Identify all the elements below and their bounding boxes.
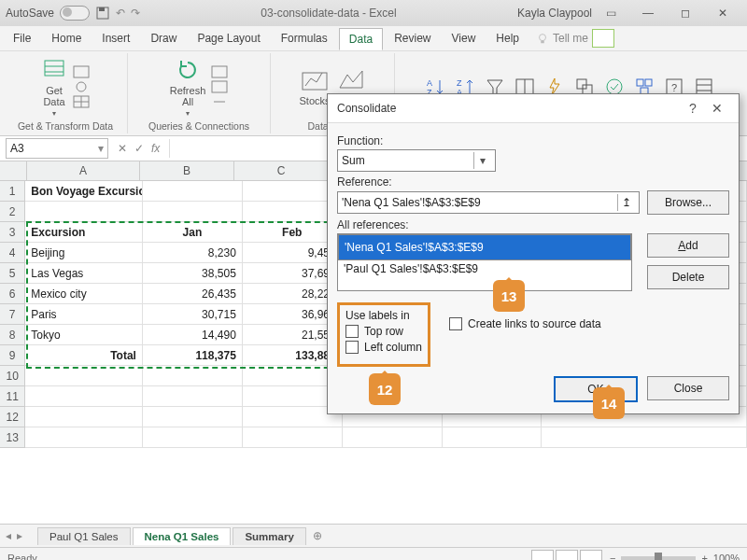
fx-icon[interactable]: fx (151, 142, 160, 155)
cell[interactable] (25, 366, 143, 386)
sheet-tab-nena[interactable]: Nena Q1 Sales (133, 527, 232, 545)
row-header[interactable]: 2 (0, 202, 25, 222)
autosave-toggle[interactable] (60, 6, 90, 21)
function-select[interactable]: Sum ▾ (337, 149, 496, 172)
cell[interactable]: Bon Voyage Excursions (25, 181, 143, 202)
dialog-help-button[interactable]: ? (681, 101, 705, 116)
all-references-list[interactable]: 'Nena Q1 Sales'!$A$3:$E$9 'Paul Q1 Sales… (337, 233, 632, 291)
row-header[interactable]: 6 (0, 284, 25, 304)
delete-button[interactable]: Delete (647, 265, 729, 289)
cell[interactable] (343, 427, 443, 448)
refresh-all-button[interactable]: Refresh All▾ (170, 57, 206, 118)
reference-input[interactable]: 'Nena Q1 Sales'!$A$3:$E$9 ↥ (337, 191, 640, 214)
cell[interactable] (143, 181, 243, 202)
stocks-button[interactable]: Stocks (299, 67, 330, 106)
cell[interactable]: Beijing (25, 243, 143, 263)
cell[interactable] (143, 202, 243, 222)
save-icon[interactable] (95, 6, 110, 21)
queries-icon[interactable] (211, 65, 228, 78)
left-column-checkbox[interactable]: Left column (345, 341, 422, 354)
from-web-icon[interactable] (73, 80, 90, 93)
tab-view[interactable]: View (443, 28, 486, 49)
name-box[interactable]: A3▾ (6, 138, 108, 159)
cancel-formula-icon[interactable]: ✕ (118, 142, 127, 155)
row-header[interactable]: 1 (0, 181, 25, 202)
tab-formulas[interactable]: Formulas (272, 28, 337, 49)
col-C[interactable]: C (234, 161, 329, 180)
cell[interactable] (25, 386, 143, 407)
row-header[interactable]: 3 (0, 222, 25, 243)
tab-scroll-left-icon[interactable]: ◂ (6, 529, 11, 542)
redo-icon[interactable]: ↷ (131, 7, 140, 20)
cell[interactable] (243, 427, 343, 448)
zoom-in-button[interactable]: + (701, 553, 707, 560)
cell[interactable] (443, 427, 543, 448)
minimize-button[interactable]: — (629, 0, 667, 26)
close-button[interactable]: Close (647, 376, 729, 400)
maximize-button[interactable]: ◻ (667, 0, 704, 26)
row-header[interactable]: 7 (0, 304, 25, 325)
sheet-tab-paul[interactable]: Paul Q1 Sales (37, 527, 131, 545)
row-header[interactable]: 12 (0, 407, 25, 427)
row-header[interactable]: 10 (0, 366, 25, 386)
tab-draw[interactable]: Draw (141, 28, 186, 49)
cell[interactable] (143, 427, 243, 448)
browse-button[interactable]: Browse... (647, 190, 729, 215)
row-header[interactable]: 5 (0, 263, 25, 284)
tab-data[interactable]: Data (339, 28, 383, 50)
cell[interactable] (25, 407, 143, 427)
row-header[interactable]: 8 (0, 325, 25, 345)
tab-insert[interactable]: Insert (92, 28, 139, 49)
cell[interactable]: 14,490 (143, 325, 243, 345)
add-button[interactable]: AAdddd (647, 233, 729, 258)
cell[interactable] (143, 386, 243, 407)
cell[interactable]: Jan (143, 222, 243, 243)
cell[interactable] (25, 427, 143, 448)
ribbon-options-icon[interactable]: ▭ (592, 0, 629, 26)
tab-review[interactable]: Review (385, 28, 440, 49)
enter-formula-icon[interactable]: ✓ (134, 142, 144, 155)
cell[interactable]: 118,375 (143, 345, 243, 366)
get-data-button[interactable]: Get Data▾ (41, 57, 67, 118)
dialog-close-button[interactable]: ✕ (705, 101, 729, 116)
undo-icon[interactable]: ↶ (116, 7, 125, 20)
cell[interactable]: 38,505 (143, 263, 243, 284)
cell[interactable] (143, 366, 243, 386)
properties-icon[interactable] (211, 80, 228, 93)
row-header[interactable]: 13 (0, 427, 25, 448)
close-window-button[interactable]: ✕ (704, 0, 741, 26)
col-A[interactable]: A (27, 161, 140, 180)
row-header[interactable]: 4 (0, 243, 25, 263)
select-all-corner[interactable] (0, 161, 27, 180)
cell[interactable]: 30,715 (143, 304, 243, 325)
range-picker-icon[interactable]: ↥ (617, 194, 635, 211)
view-normal-button[interactable] (531, 550, 554, 560)
cell[interactable]: 26,435 (143, 284, 243, 304)
top-row-checkbox[interactable]: Top row (345, 325, 422, 338)
view-page-break-button[interactable] (580, 550, 602, 560)
create-links-checkbox[interactable]: Create links to source data (449, 317, 601, 330)
cell[interactable]: Tokyo (25, 325, 143, 345)
tab-home[interactable]: Home (42, 28, 91, 49)
cell[interactable] (143, 407, 243, 427)
new-sheet-button[interactable]: ⊕ (308, 529, 327, 542)
cell[interactable]: 8,230 (143, 243, 243, 263)
from-table-icon[interactable] (73, 95, 90, 108)
sheet-tab-summary[interactable]: Summary (233, 527, 305, 545)
tell-me[interactable]: Tell me (536, 32, 588, 45)
tab-scroll-right-icon[interactable]: ▸ (17, 529, 22, 542)
zoom-slider[interactable] (621, 556, 696, 560)
tab-page-layout[interactable]: Page Layout (188, 28, 269, 49)
view-page-layout-button[interactable] (556, 550, 578, 560)
row-header[interactable]: 11 (0, 386, 25, 407)
col-B[interactable]: B (140, 161, 234, 180)
edit-links-icon[interactable] (211, 95, 228, 108)
row-header[interactable]: 9 (0, 345, 25, 366)
cell[interactable] (542, 427, 747, 448)
cell[interactable]: Total (25, 345, 143, 366)
cell[interactable]: Mexico city (25, 284, 143, 304)
cell[interactable]: Excursion (25, 222, 143, 243)
cell[interactable]: Las Vegas (25, 263, 143, 284)
list-item[interactable]: 'Nena Q1 Sales'!$A$3:$E$9 (338, 234, 631, 260)
tab-help[interactable]: Help (486, 28, 529, 49)
